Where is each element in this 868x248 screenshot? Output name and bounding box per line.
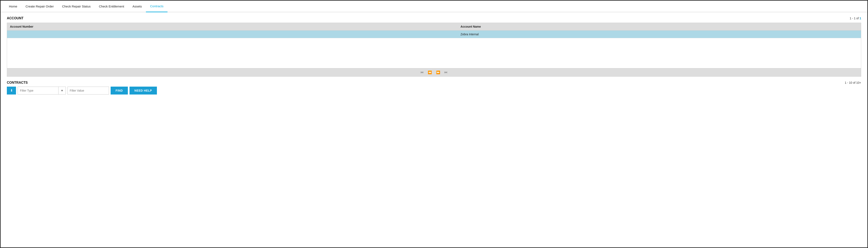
table-row[interactable]: Zebra Internal [7, 30, 861, 38]
account-pagination-info: 1 - 1 of 1 [850, 17, 861, 20]
account-pagination-highlight: 1 [860, 17, 861, 20]
account-section-header: ACCOUNT 1 - 1 of 1 [7, 17, 861, 20]
account-table: Account Number Account Name Zebra Intern… [7, 23, 861, 68]
download-button[interactable]: ⬇ [7, 87, 16, 94]
next-page-button[interactable]: ⏩ [435, 70, 441, 75]
table-row [7, 38, 861, 46]
last-page-button[interactable]: ⏭ [443, 70, 449, 75]
nav-item-create-repair-order[interactable]: Create Repair Order [21, 1, 58, 12]
account-number-cell [7, 30, 458, 38]
filter-type-dropdown-icon[interactable]: ▼ [58, 87, 66, 94]
nav-item-check-entitlement[interactable]: Check Entitlement [95, 1, 128, 12]
filter-type-wrapper: ▼ [18, 87, 66, 94]
nav-item-check-repair-status[interactable]: Check Repair Status [58, 1, 95, 12]
contracts-filter-row: ⬇ ▼ FIND NEED HELP [7, 87, 861, 94]
account-table-head: Account Number Account Name [7, 23, 861, 30]
prev-page-button[interactable]: ⏪ [427, 70, 433, 75]
account-table-body: Zebra Internal [7, 30, 861, 68]
account-section-title: ACCOUNT [7, 17, 24, 20]
table-row [7, 53, 861, 61]
table-row [7, 61, 861, 68]
contracts-pagination-info: 1 - 10 of 10+ [845, 81, 861, 84]
col-account-name: Account Name [458, 23, 861, 30]
need-help-button[interactable]: NEED HELP [129, 87, 157, 94]
account-name-cell: Zebra Internal [458, 30, 861, 38]
filter-type-input[interactable] [18, 87, 58, 94]
download-icon: ⬇ [10, 88, 13, 92]
account-table-wrapper: Account Number Account Name Zebra Intern… [7, 23, 861, 77]
table-row [7, 46, 861, 53]
find-button[interactable]: FIND [111, 87, 128, 94]
col-account-number: Account Number [7, 23, 458, 30]
first-page-button[interactable]: ⏮ [419, 70, 425, 75]
contracts-section-title: CONTRACTS [7, 81, 28, 85]
main-content: ACCOUNT 1 - 1 of 1 Account Number Accoun… [1, 12, 867, 99]
nav-item-home[interactable]: Home [5, 1, 21, 12]
filter-value-input[interactable] [67, 87, 109, 94]
account-table-footer: ⏮ ⏪ ⏩ ⏭ [7, 68, 861, 77]
nav-item-contracts[interactable]: Contracts [146, 1, 167, 12]
navigation-bar: HomeCreate Repair OrderCheck Repair Stat… [1, 1, 867, 12]
contracts-section-header: CONTRACTS 1 - 10 of 10+ [7, 81, 861, 85]
account-table-header-row: Account Number Account Name [7, 23, 861, 30]
nav-item-assets[interactable]: Assets [128, 1, 146, 12]
